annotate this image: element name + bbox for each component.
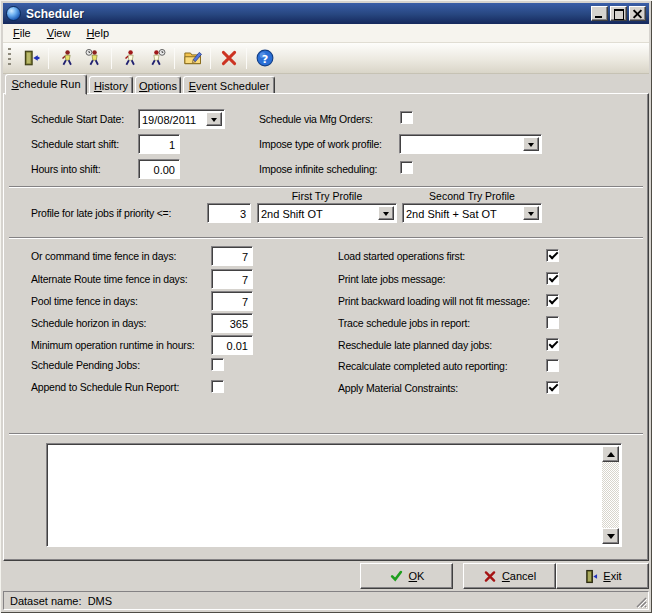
schedule-pending-jobs-checkbox[interactable] [211, 358, 224, 371]
exit-button-label: Exit [603, 570, 621, 582]
start-date-value: 19/08/2011 [142, 114, 196, 126]
menu-help[interactable]: Help [78, 25, 117, 41]
maximize-icon[interactable] [610, 6, 627, 21]
impose-work-profile-label: Impose type of work profile: [259, 138, 382, 150]
section-divider [9, 237, 643, 239]
reschedule-late-planned-label: Reschedule late planned day jobs: [338, 339, 492, 351]
toolbar-separator [246, 48, 247, 69]
via-mfg-orders-label: Schedule via Mfg Orders: [259, 113, 373, 125]
load-started-ops-label: Load started operations first: [338, 250, 465, 262]
start-shift-label: Schedule start shift: [31, 138, 119, 150]
chevron-down-icon[interactable] [523, 137, 539, 151]
hours-into-shift-field[interactable]: 0.00 [138, 159, 180, 179]
ok-button[interactable]: OK [360, 563, 453, 589]
alternate-route-fence-label: Alternate Route time fence in days: [31, 273, 187, 285]
run-jobs-timed-icon[interactable] [144, 46, 169, 71]
scheduler-window: Scheduler File View Help [0, 0, 652, 613]
first-try-profile-combo[interactable]: 2nd Shift OT [257, 203, 397, 223]
run-jobs-icon[interactable] [117, 46, 142, 71]
cancel-button-label: Cancel [502, 570, 536, 582]
toolbar: ? [3, 43, 649, 74]
print-late-jobs-checkbox[interactable] [546, 272, 559, 285]
append-run-report-label: Append to Schedule Run Report: [31, 381, 179, 393]
late-jobs-priority-label: Profile for late jobs if priority <=: [31, 207, 171, 219]
or-command-fence-label: Or command time fence in days: [31, 250, 176, 262]
toolbar-separator [174, 48, 175, 69]
chevron-down-icon[interactable] [523, 206, 539, 220]
first-try-profile-value: 2nd Shift OT [261, 208, 323, 220]
first-try-profile-header: First Try Profile [257, 190, 397, 202]
toolbar-separator [111, 48, 112, 69]
min-op-runtime-field[interactable]: 0.01 [211, 335, 253, 355]
alternate-route-fence-field[interactable]: 7 [211, 269, 253, 289]
delete-x-icon[interactable] [216, 46, 241, 71]
app-icon [6, 6, 21, 21]
tab-options[interactable]: Options [135, 76, 181, 94]
schedule-horizon-label: Schedule horizon in days: [31, 317, 146, 329]
print-backward-loading-checkbox[interactable] [546, 294, 559, 307]
start-date-combo[interactable]: 19/08/2011 [138, 109, 225, 129]
tab-event-scheduler[interactable]: Event Scheduler [183, 76, 275, 94]
trace-schedule-jobs-checkbox[interactable] [546, 316, 559, 329]
exit-door-icon [583, 569, 598, 584]
close-icon[interactable] [629, 6, 646, 21]
start-date-label: Schedule Start Date: [31, 113, 124, 125]
svg-text:?: ? [261, 53, 268, 66]
exit-button[interactable]: Exit [556, 563, 649, 589]
check-icon [389, 569, 404, 583]
cancel-button[interactable]: Cancel [463, 563, 556, 589]
help-icon[interactable]: ? [252, 46, 277, 71]
scroll-down-icon[interactable] [602, 528, 619, 544]
edit-report-folder-icon[interactable] [180, 46, 205, 71]
chevron-down-icon[interactable] [206, 112, 222, 126]
menu-view[interactable]: View [39, 25, 79, 41]
run-scheduler-icon[interactable] [54, 46, 79, 71]
toolbar-separator [48, 48, 49, 69]
resize-grip[interactable] [634, 595, 647, 608]
load-started-ops-checkbox[interactable] [546, 249, 559, 262]
or-command-fence-field[interactable]: 7 [211, 246, 253, 266]
titlebar[interactable]: Scheduler [3, 3, 649, 24]
recalc-auto-reporting-label: Recalculate completed auto reporting: [338, 360, 507, 372]
schedule-run-page: Schedule Start Date: 19/08/2011 Schedule… [3, 93, 649, 561]
via-mfg-orders-checkbox[interactable] [400, 111, 413, 124]
hours-into-shift-label: Hours into shift: [31, 163, 101, 175]
x-icon [483, 570, 497, 583]
impose-infinite-checkbox[interactable] [400, 161, 413, 174]
min-op-runtime-label: Minimum operation runtime in hours: [31, 339, 194, 351]
section-divider [9, 433, 643, 435]
impose-infinite-label: Impose infinite scheduling: [259, 163, 377, 175]
apply-material-constraints-label: Apply Material Constraints: [338, 382, 458, 394]
section-divider [9, 186, 643, 188]
chevron-down-icon[interactable] [378, 206, 394, 220]
impose-work-profile-combo[interactable] [399, 134, 542, 154]
toolbar-separator [210, 48, 211, 69]
second-try-profile-value: 2nd Shift + Sat OT [406, 208, 497, 220]
trace-schedule-jobs-label: Trace schedule jobs in report: [338, 317, 470, 329]
minimize-icon[interactable] [591, 6, 608, 21]
late-jobs-priority-field[interactable]: 3 [207, 203, 251, 223]
print-late-jobs-label: Print late jobs message: [338, 273, 445, 285]
menu-file[interactable]: File [5, 25, 39, 41]
reschedule-late-planned-checkbox[interactable] [546, 338, 559, 351]
tab-schedule-run[interactable]: Schedule Run [5, 74, 87, 95]
window-title: Scheduler [26, 7, 589, 21]
second-try-profile-header: Second Try Profile [402, 190, 542, 202]
pool-fence-label: Pool time fence in days: [31, 295, 138, 307]
exit-door-icon[interactable] [18, 46, 43, 71]
vertical-scrollbar[interactable] [602, 446, 619, 544]
schedule-horizon-field[interactable]: 365 [211, 313, 253, 333]
run-report-output[interactable] [46, 443, 622, 547]
scroll-up-icon[interactable] [602, 446, 619, 462]
tabstrip: Schedule Run History Options Event Sched… [3, 74, 649, 94]
second-try-profile-combo[interactable]: 2nd Shift + Sat OT [402, 203, 542, 223]
apply-material-constraints-checkbox[interactable] [546, 381, 559, 394]
statusbar: Dataset name: DMS [3, 591, 649, 610]
start-shift-field[interactable]: 1 [138, 134, 180, 154]
toolbar-grip-handle[interactable] [8, 48, 11, 68]
run-scheduler-timed-icon[interactable] [81, 46, 106, 71]
recalc-auto-reporting-checkbox[interactable] [546, 359, 559, 372]
pool-fence-field[interactable]: 7 [211, 291, 253, 311]
append-run-report-checkbox[interactable] [211, 380, 224, 393]
tab-history[interactable]: History [89, 76, 133, 94]
